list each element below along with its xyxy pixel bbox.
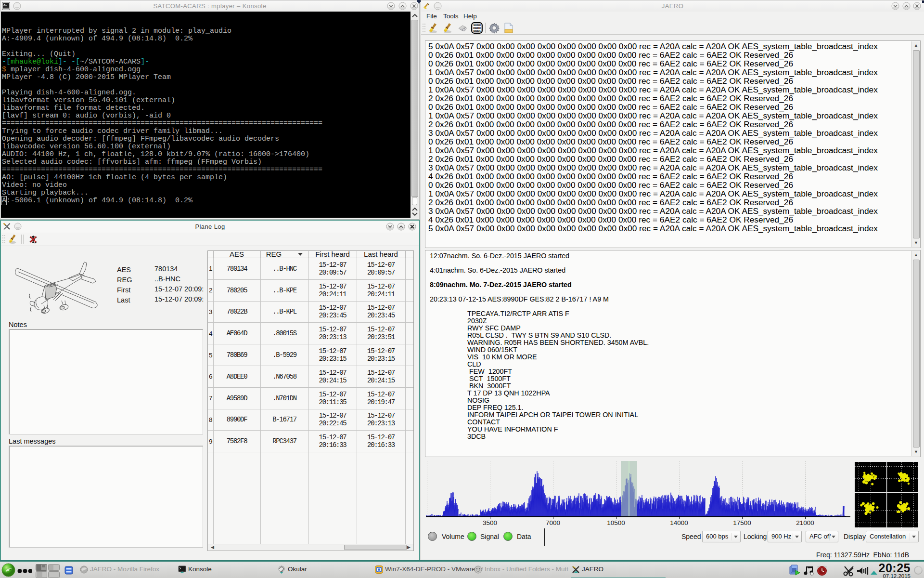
svg-text:100101: 100101 [473, 29, 481, 33]
svg-text:17500: 17500 [733, 519, 751, 526]
svg-text:7000: 7000 [546, 519, 560, 526]
svg-text:21000: 21000 [796, 519, 814, 526]
svg-text:14000: 14000 [670, 519, 688, 526]
svg-text:10500: 10500 [607, 519, 625, 526]
svg-text:3500: 3500 [483, 519, 497, 526]
